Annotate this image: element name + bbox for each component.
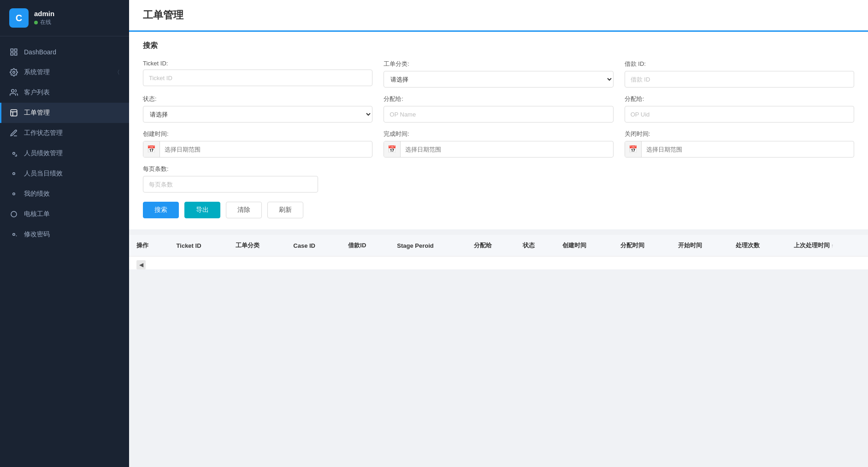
sidebar-item-daily-perf[interactable]: 人员当日绩效 (0, 163, 129, 184)
sidebar: C admin 在线 DashBoard 系统管理 〈 (0, 0, 129, 467)
user-info: admin 在线 (34, 10, 54, 26)
complete-time-wrap: 📅 (384, 141, 613, 158)
category-label: 工单分类: (384, 60, 613, 68)
change-pwd-icon (9, 230, 18, 239)
sidebar-item-performance[interactable]: 人员绩效管理 (0, 143, 129, 163)
status-label: 状态: (143, 95, 372, 103)
assign-to-label: 分配给: (384, 95, 613, 103)
category-select[interactable]: 请选择 (384, 71, 613, 88)
sidebar-item-label: DashBoard (24, 48, 56, 56)
col-start-time: 开始时间 (671, 235, 728, 257)
sidebar-item-tickets[interactable]: 工单管理 (0, 103, 129, 123)
complete-time-input[interactable] (401, 146, 613, 153)
table-scroll[interactable]: 操作 Ticket ID 工单分类 Case ID 借款ID Stage Per… (129, 235, 868, 269)
close-time-label: 关闭时间: (625, 130, 854, 138)
svg-point-12 (11, 211, 17, 217)
category-group: 工单分类: 请选择 (384, 60, 613, 88)
sidebar-item-label: 电核工单 (24, 210, 50, 218)
sidebar-item-label: 人员当日绩效 (24, 169, 63, 178)
performance-icon (9, 149, 18, 158)
daily-perf-icon (9, 169, 18, 178)
clear-button[interactable]: 清除 (226, 202, 262, 218)
col-action: 操作 (129, 235, 169, 257)
col-category: 工单分类 (228, 235, 286, 257)
col-assign-to: 分配给 (466, 235, 515, 257)
create-time-wrap: 📅 (143, 141, 372, 158)
scroll-left-button[interactable]: ◀ (136, 260, 146, 269)
col-loan-id: 借款ID (341, 235, 390, 257)
svg-point-10 (13, 173, 15, 175)
sidebar-item-my-perf[interactable]: 我的绩效 (0, 184, 129, 204)
col-case-id: Case ID (286, 235, 341, 257)
per-page-input[interactable] (143, 176, 318, 193)
data-table: 操作 Ticket ID 工单分类 Case ID 借款ID Stage Per… (129, 235, 868, 257)
complete-time-label: 完成时间: (384, 130, 613, 138)
table-header-row: 操作 Ticket ID 工单分类 Case ID 借款ID Stage Per… (129, 235, 868, 257)
close-time-calendar-icon[interactable]: 📅 (625, 141, 642, 158)
sidebar-item-label: 我的绩效 (24, 190, 50, 198)
review-icon (9, 210, 18, 219)
assign-to-input[interactable] (384, 106, 613, 123)
main-content: 工单管理 搜索 Ticket ID: 工单分类: 请选择 借款 ID: (129, 0, 868, 467)
sidebar-item-dashboard[interactable]: DashBoard (0, 42, 129, 62)
user-name: admin (34, 10, 54, 18)
col-assign-time: 分配时间 (613, 235, 671, 257)
page-header: 工单管理 (129, 0, 868, 32)
status-group: 状态: 请选择 (143, 95, 372, 123)
sidebar-item-label: 修改密码 (24, 230, 50, 239)
table-area: 操作 Ticket ID 工单分类 Case ID 借款ID Stage Per… (129, 235, 868, 269)
col-ticket-id: Ticket ID (169, 235, 228, 257)
search-panel: 搜索 Ticket ID: 工单分类: 请选择 借款 ID: (129, 32, 868, 229)
svg-point-11 (13, 193, 15, 195)
avatar: C (9, 8, 29, 28)
col-process-count: 处理次数 (728, 235, 786, 257)
sidebar-item-change-pwd[interactable]: 修改密码 (0, 224, 129, 245)
export-button[interactable]: 导出 (184, 202, 220, 218)
tickets-icon (9, 108, 18, 117)
search-button[interactable]: 搜索 (143, 202, 179, 218)
assign-uid-group: 分配给: (625, 95, 854, 123)
sidebar-item-label: 人员绩效管理 (24, 149, 63, 158)
loan-id-label: 借款 ID: (625, 60, 854, 68)
search-section-title: 搜索 (143, 41, 854, 51)
status-select[interactable]: 请选择 (143, 106, 372, 123)
ticket-id-input[interactable] (143, 70, 372, 86)
svg-rect-1 (15, 49, 17, 51)
svg-point-4 (13, 71, 15, 74)
create-time-group: 创建时间: 📅 (143, 130, 372, 158)
sidebar-item-work-status[interactable]: 工作状态管理 (0, 123, 129, 143)
ticket-id-label: Ticket ID: (143, 60, 372, 67)
user-status: 在线 (34, 18, 54, 26)
loan-id-group: 借款 ID: (625, 60, 854, 88)
svg-rect-3 (11, 53, 13, 55)
work-status-icon (9, 128, 18, 138)
search-form: Ticket ID: 工单分类: 请选择 借款 ID: 状态: (143, 60, 854, 158)
sidebar-item-customers[interactable]: 客户列表 (0, 82, 129, 103)
create-time-calendar-icon[interactable]: 📅 (143, 141, 160, 158)
complete-time-calendar-icon[interactable]: 📅 (384, 141, 401, 158)
my-perf-icon (9, 189, 18, 198)
sidebar-item-review[interactable]: 电核工单 (0, 204, 129, 224)
close-time-input[interactable] (642, 146, 854, 153)
create-time-input[interactable] (160, 146, 372, 153)
form-actions: 搜索 导出 清除 刷新 (143, 202, 854, 218)
sidebar-item-label: 客户列表 (24, 88, 50, 97)
svg-rect-6 (11, 110, 17, 116)
assign-to-group: 分配给: (384, 95, 613, 123)
col-last-process-time[interactable]: 上次处理时间 (786, 235, 868, 257)
refresh-button[interactable]: 刷新 (267, 202, 303, 218)
sidebar-item-system[interactable]: 系统管理 〈 (0, 62, 129, 82)
create-time-label: 创建时间: (143, 130, 372, 138)
assign-uid-label: 分配给: (625, 95, 854, 103)
close-time-wrap: 📅 (625, 141, 854, 158)
assign-uid-input[interactable] (625, 106, 854, 123)
customers-icon (9, 88, 18, 97)
dashboard-icon (9, 47, 18, 57)
svg-point-9 (13, 152, 15, 155)
loan-id-input[interactable] (625, 71, 854, 88)
content-area: 搜索 Ticket ID: 工单分类: 请选择 借款 ID: (129, 32, 868, 467)
svg-rect-2 (15, 53, 17, 55)
col-status: 状态 (515, 235, 555, 257)
per-page-group: 每页条数: (143, 165, 318, 193)
sidebar-item-label: 工作状态管理 (24, 129, 63, 137)
